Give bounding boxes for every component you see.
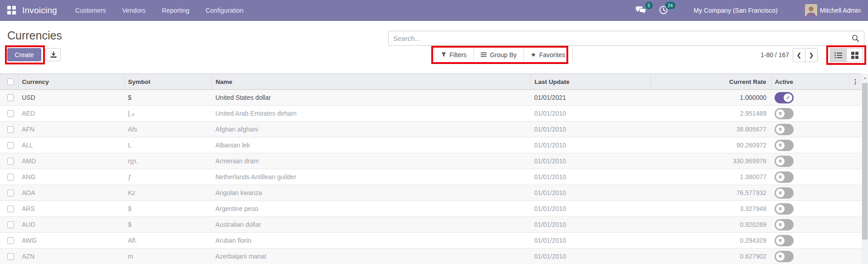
- cell-currency: USD: [18, 90, 124, 106]
- active-toggle[interactable]: ✕: [775, 187, 794, 199]
- cell-name: Australian dollar: [212, 217, 531, 233]
- cell-currency: AFN: [18, 122, 124, 137]
- row-checkbox[interactable]: [7, 158, 14, 165]
- active-toggle[interactable]: ✓: [775, 92, 794, 103]
- menu-vendors[interactable]: Vendors: [122, 7, 145, 14]
- scrollbar-thumb[interactable]: [862, 83, 868, 240]
- pager-previous-button[interactable]: ❮: [793, 48, 805, 62]
- currency-row[interactable]: AWG Afl. Aruban florin 01/01/2010 0.2943…: [0, 233, 862, 249]
- avatar: [805, 4, 817, 16]
- table-header-row: Currency Symbol Name Last Update Current…: [0, 74, 862, 90]
- company-switcher[interactable]: My Company (San Francisco): [694, 7, 778, 14]
- row-checkbox[interactable]: [7, 94, 14, 101]
- row-checkbox[interactable]: [7, 205, 14, 212]
- cell-symbol: L: [124, 137, 212, 153]
- vertical-scrollbar[interactable]: ▲: [862, 74, 868, 264]
- toggle-knob-icon: ✕: [776, 220, 785, 229]
- optional-columns-button[interactable]: ⋮: [849, 74, 862, 90]
- cell-current-rate: 0.294329: [650, 233, 771, 249]
- main-menu: Customers Vendors Reporting Configuratio…: [75, 7, 244, 14]
- row-checkbox[interactable]: [7, 126, 14, 133]
- list-view-button[interactable]: [830, 48, 847, 62]
- search-options: Filters Group By ★ Favorites: [434, 48, 573, 61]
- cell-name: Angolan kwanza: [212, 185, 531, 201]
- active-toggle[interactable]: ✕: [775, 124, 794, 135]
- cell-symbol: Afl.: [124, 233, 212, 249]
- column-header-symbol[interactable]: Symbol: [124, 74, 212, 90]
- column-header-currency[interactable]: Currency: [18, 74, 124, 90]
- cell-name: Netherlands Antillean guilder: [212, 169, 531, 185]
- cell-name: United Arab Emirates dirham: [212, 106, 531, 122]
- currency-row[interactable]: USD $ United States dollar 01/01/2021 1.…: [0, 90, 862, 106]
- column-header-name[interactable]: Name: [212, 74, 531, 90]
- row-checkbox[interactable]: [7, 142, 14, 149]
- group-by-lines-icon: [481, 52, 487, 57]
- navbar-right: 5 24 My Company (San Francisco): [625, 4, 861, 16]
- currency-row[interactable]: ARS $ Argentine peso 01/01/2010 3.327948…: [0, 201, 862, 217]
- menu-customers[interactable]: Customers: [75, 7, 106, 14]
- user-menu[interactable]: Mitchell Admin: [805, 4, 861, 16]
- favorites-button[interactable]: ★ Favorites: [523, 48, 572, 61]
- menu-reporting[interactable]: Reporting: [162, 7, 190, 14]
- scroll-up-arrow[interactable]: ▲: [862, 74, 868, 81]
- cell-currency: ALL: [18, 137, 124, 153]
- menu-configuration[interactable]: Configuration: [206, 7, 244, 14]
- row-checkbox[interactable]: [7, 110, 14, 117]
- app-name[interactable]: Invoicing: [22, 5, 57, 15]
- cell-last-update: 01/01/2010: [531, 217, 650, 233]
- messages-button[interactable]: 5: [636, 5, 648, 16]
- filters-button[interactable]: Filters: [434, 48, 473, 61]
- toggle-knob-icon: ✕: [776, 157, 785, 166]
- active-toggle[interactable]: ✕: [775, 140, 794, 151]
- search-icon[interactable]: [852, 34, 859, 42]
- active-toggle[interactable]: ✕: [775, 235, 794, 246]
- apps-grid-icon[interactable]: [7, 6, 16, 15]
- kanban-view-icon: [851, 52, 858, 59]
- page-title: Currencies: [7, 29, 62, 42]
- active-toggle[interactable]: ✕: [775, 171, 794, 183]
- row-checkbox[interactable]: [7, 174, 14, 181]
- create-button[interactable]: Create: [7, 48, 41, 61]
- currency-rows: USD $ United States dollar 01/01/2021 1.…: [0, 90, 862, 264]
- active-toggle[interactable]: ✕: [775, 203, 794, 215]
- select-all-checkbox[interactable]: [7, 78, 14, 85]
- group-by-button[interactable]: Group By: [473, 48, 523, 61]
- row-checkbox[interactable]: [7, 237, 14, 244]
- currency-row[interactable]: AOA Kz Angolan kwanza 01/01/2010 76.5779…: [0, 185, 862, 201]
- cell-name: Albanian lek: [212, 137, 531, 153]
- row-checkbox[interactable]: [7, 221, 14, 228]
- column-header-active[interactable]: Active: [771, 74, 849, 90]
- filter-funnel-icon: [441, 52, 446, 57]
- currency-row[interactable]: AZN m Azerbaijani manat 01/01/2010 0.627…: [0, 249, 862, 264]
- cell-symbol: $: [124, 90, 212, 106]
- active-toggle[interactable]: ✕: [775, 219, 794, 230]
- cell-last-update: 01/01/2010: [531, 185, 650, 201]
- currency-row[interactable]: AMD դր. Armenian dram 01/01/2010 330.969…: [0, 153, 862, 169]
- currency-row[interactable]: ALL L Albanian lek 01/01/2010 90.260972 …: [0, 137, 862, 153]
- toggle-knob-icon: ✕: [776, 141, 785, 150]
- toggle-knob-icon: ✕: [776, 252, 785, 261]
- cell-currency: AUD: [18, 217, 124, 233]
- cell-current-rate: 76.577932: [650, 185, 771, 201]
- currency-row[interactable]: AUD $ Australian dollar 01/01/2010 0.920…: [0, 217, 862, 233]
- search-input[interactable]: [389, 34, 852, 42]
- download-icon: [50, 51, 57, 58]
- active-toggle[interactable]: ✕: [775, 108, 794, 119]
- export-button[interactable]: [46, 48, 61, 61]
- kanban-view-button[interactable]: [846, 48, 863, 62]
- column-header-last-update[interactable]: Last Update: [531, 74, 650, 90]
- row-checkbox[interactable]: [7, 190, 14, 196]
- currency-row[interactable]: AFN Afs Afghan afghani 01/01/2010 38.805…: [0, 122, 862, 137]
- active-toggle[interactable]: ✕: [775, 251, 794, 262]
- currency-row[interactable]: AED د.إ United Arab Emirates dirham 01/0…: [0, 106, 862, 122]
- active-toggle[interactable]: ✕: [775, 156, 794, 167]
- currency-row[interactable]: ANG ƒ Netherlands Antillean guilder 01/0…: [0, 169, 862, 185]
- activities-button[interactable]: 24: [658, 5, 670, 16]
- column-header-current-rate[interactable]: Current Rate: [650, 74, 771, 90]
- cell-current-rate: 90.260972: [650, 137, 771, 153]
- pager-next-button[interactable]: ❯: [805, 48, 818, 62]
- row-checkbox[interactable]: [7, 253, 14, 260]
- page: Invoicing Customers Vendors Reporting Co…: [0, 0, 868, 264]
- toggle-knob-icon: ✕: [776, 173, 785, 181]
- cell-current-rate: 0.920269: [650, 217, 771, 233]
